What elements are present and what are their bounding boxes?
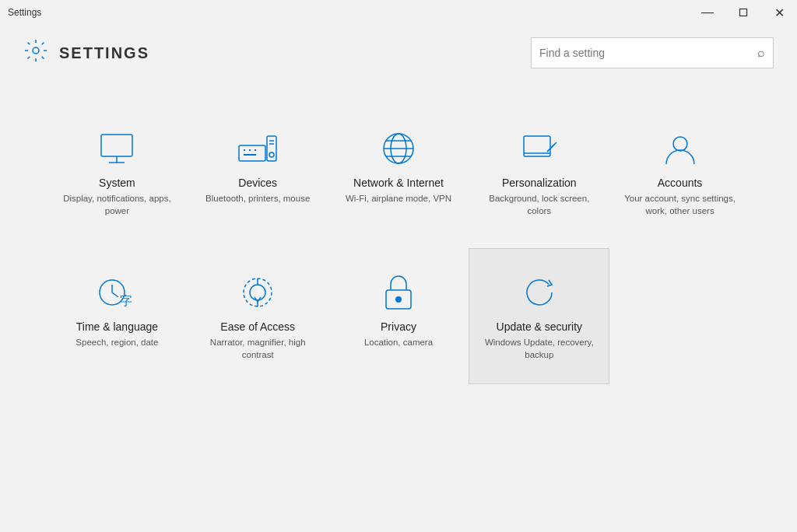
setting-system[interactable]: System Display, notifications, apps, pow… — [47, 104, 188, 240]
devices-icon — [237, 128, 278, 169]
titlebar-controls: ― ✕ — [690, 0, 797, 25]
setting-accounts[interactable]: Accounts Your account, sync settings, wo… — [609, 104, 750, 240]
search-box[interactable]: ⌕ — [531, 37, 774, 68]
search-icon[interactable]: ⌕ — [757, 46, 765, 60]
svg-line-23 — [547, 150, 549, 152]
svg-point-34 — [395, 296, 402, 303]
accounts-icon — [663, 128, 697, 169]
setting-time[interactable]: 字 Time & language Speech, region, date — [47, 248, 188, 384]
page-title: SETTINGS — [59, 44, 149, 62]
privacy-icon — [384, 272, 413, 313]
privacy-desc: Location, camera — [356, 336, 441, 348]
titlebar: Settings ― ✕ — [0, 0, 797, 25]
ease-desc: Narrator, magnifier, high contrast — [188, 336, 328, 361]
time-icon: 字 — [98, 272, 135, 313]
system-desc: Display, notifications, apps, power — [47, 192, 187, 217]
time-name: Time & language — [76, 320, 158, 333]
devices-name: Devices — [238, 177, 277, 189]
update-name: Update & security — [497, 320, 583, 333]
settings-row-2: 字 Time & language Speech, region, date — [47, 248, 750, 384]
accounts-desc: Your account, sync settings, work, other… — [610, 192, 750, 217]
setting-network[interactable]: Network & Internet Wi-Fi, airplane mode,… — [328, 104, 469, 240]
minimize-button[interactable]: ― — [690, 0, 725, 25]
ease-icon — [241, 272, 275, 313]
search-input[interactable] — [539, 47, 757, 59]
personalization-icon — [521, 128, 558, 169]
svg-text:字: 字 — [120, 294, 132, 307]
svg-rect-5 — [239, 145, 265, 161]
privacy-name: Privacy — [381, 320, 416, 333]
main-content: System Display, notifications, apps, pow… — [0, 81, 797, 408]
setting-privacy[interactable]: Privacy Location, camera — [328, 248, 469, 384]
network-desc: Wi-Fi, airplane mode, VPN — [338, 192, 459, 205]
setting-devices[interactable]: Devices Bluetooth, printers, mouse — [188, 104, 328, 240]
personalization-desc: Background, lock screen, colors — [469, 192, 609, 217]
personalization-name: Personalization — [502, 177, 577, 189]
settings-gear-icon — [23, 38, 48, 68]
network-name: Network & Internet — [353, 177, 444, 189]
svg-line-27 — [112, 292, 118, 297]
ease-name: Ease of Access — [220, 320, 295, 333]
maximize-button[interactable] — [725, 0, 761, 25]
svg-rect-0 — [740, 9, 747, 16]
setting-update[interactable]: Update & security Windows Update, recove… — [469, 248, 609, 384]
system-name: System — [99, 177, 135, 189]
setting-personalization[interactable]: Personalization Background, lock screen,… — [469, 104, 609, 240]
svg-point-11 — [269, 152, 274, 157]
update-desc: Windows Update, recovery, backup — [469, 336, 609, 361]
close-button[interactable]: ✕ — [761, 0, 797, 25]
svg-rect-2 — [101, 135, 132, 156]
svg-point-24 — [673, 137, 687, 151]
network-icon — [381, 128, 416, 169]
titlebar-title: Settings — [8, 7, 41, 18]
setting-ease[interactable]: Ease of Access Narrator, magnifier, high… — [188, 248, 328, 384]
header: SETTINGS ⌕ — [0, 25, 797, 81]
system-icon — [98, 128, 135, 169]
accounts-name: Accounts — [658, 177, 703, 189]
devices-desc: Bluetooth, printers, mouse — [198, 192, 318, 205]
header-left: SETTINGS — [23, 38, 149, 68]
titlebar-left: Settings — [8, 7, 41, 18]
time-desc: Speech, region, date — [68, 336, 166, 348]
svg-point-30 — [250, 285, 265, 300]
update-icon — [522, 272, 556, 313]
settings-grid: System Display, notifications, apps, pow… — [47, 104, 750, 384]
setting-empty — [609, 248, 750, 384]
svg-point-1 — [33, 47, 39, 54]
settings-row-1: System Display, notifications, apps, pow… — [47, 104, 750, 240]
